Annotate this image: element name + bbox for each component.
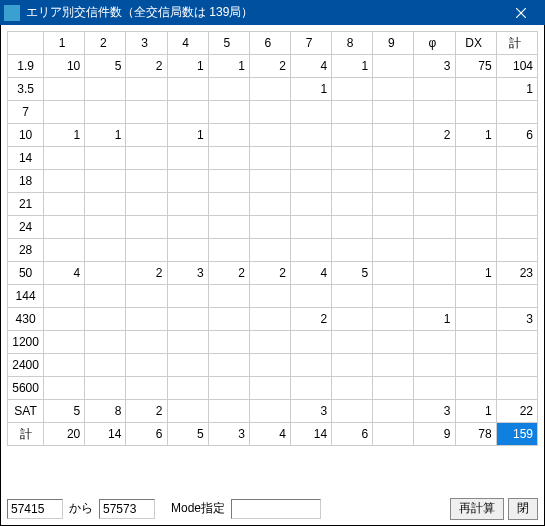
cell[interactable] [373,216,414,239]
cell[interactable] [496,216,537,239]
cell[interactable] [44,354,85,377]
cell[interactable] [290,216,331,239]
cell[interactable] [208,147,249,170]
cell[interactable] [373,354,414,377]
cell[interactable]: 1 [208,55,249,78]
cell[interactable] [373,124,414,147]
cell[interactable] [167,285,208,308]
cell[interactable] [290,124,331,147]
cell[interactable] [208,308,249,331]
cell[interactable] [249,216,290,239]
cell[interactable] [414,354,455,377]
cell[interactable] [496,377,537,400]
cell[interactable] [414,170,455,193]
cell[interactable] [290,193,331,216]
cell[interactable] [44,377,85,400]
cell[interactable] [373,170,414,193]
cell[interactable] [373,147,414,170]
cell[interactable]: 6 [332,423,373,446]
cell[interactable]: 5 [332,262,373,285]
cell[interactable]: 6 [126,423,167,446]
cell[interactable] [208,400,249,423]
cell[interactable] [455,147,496,170]
cell[interactable] [85,239,126,262]
cell[interactable] [290,331,331,354]
cell[interactable] [44,170,85,193]
cell[interactable]: 1 [455,262,496,285]
close-panel-button[interactable]: 閉 [508,498,538,520]
cell[interactable]: 3 [290,400,331,423]
cell[interactable] [290,147,331,170]
cell[interactable] [249,354,290,377]
cell[interactable] [496,354,537,377]
cell[interactable] [167,216,208,239]
cell[interactable] [126,377,167,400]
cell[interactable] [249,331,290,354]
cell[interactable] [414,331,455,354]
cell[interactable] [126,78,167,101]
cell[interactable]: 3 [414,55,455,78]
cell[interactable] [208,101,249,124]
cell[interactable] [496,147,537,170]
cell[interactable]: 23 [496,262,537,285]
cell[interactable]: 4 [249,423,290,446]
cell[interactable]: 3 [167,262,208,285]
cell[interactable] [496,239,537,262]
cell[interactable]: 2 [249,262,290,285]
cell[interactable] [126,124,167,147]
cell[interactable] [208,124,249,147]
cell[interactable] [249,193,290,216]
cell[interactable] [126,331,167,354]
cell[interactable] [332,354,373,377]
cell[interactable] [455,377,496,400]
cell[interactable] [85,101,126,124]
cell[interactable] [496,193,537,216]
cell[interactable] [85,285,126,308]
cell[interactable]: 14 [85,423,126,446]
cell[interactable] [332,216,373,239]
cell[interactable] [332,193,373,216]
cell[interactable] [167,400,208,423]
cell[interactable]: 2 [290,308,331,331]
cell[interactable] [414,262,455,285]
cell[interactable] [496,170,537,193]
cell[interactable] [85,170,126,193]
cell[interactable] [290,285,331,308]
cell[interactable] [373,78,414,101]
cell[interactable] [44,216,85,239]
cell[interactable] [85,354,126,377]
cell[interactable] [414,147,455,170]
cell[interactable] [208,354,249,377]
cell[interactable]: 78 [455,423,496,446]
cell[interactable] [85,193,126,216]
cell[interactable]: 20 [44,423,85,446]
cell[interactable]: 2 [208,262,249,285]
cell[interactable] [290,101,331,124]
cell[interactable] [455,170,496,193]
cell[interactable] [44,78,85,101]
cell[interactable] [414,377,455,400]
cell[interactable] [208,239,249,262]
cell[interactable] [496,101,537,124]
cell[interactable] [208,216,249,239]
cell[interactable] [44,193,85,216]
cell[interactable]: 5 [167,423,208,446]
cell[interactable] [455,285,496,308]
cell[interactable] [496,331,537,354]
cell[interactable]: 5 [44,400,85,423]
cell[interactable] [249,147,290,170]
cell[interactable] [167,331,208,354]
cell[interactable] [85,147,126,170]
cell[interactable]: 1 [455,400,496,423]
cell[interactable] [290,354,331,377]
cell[interactable] [44,331,85,354]
cell[interactable] [373,331,414,354]
cell[interactable] [373,285,414,308]
cell[interactable] [414,216,455,239]
cell[interactable] [455,308,496,331]
cell[interactable]: 4 [44,262,85,285]
cell[interactable]: 6 [496,124,537,147]
cell[interactable] [373,193,414,216]
cell[interactable]: 2 [126,55,167,78]
cell[interactable] [126,193,167,216]
